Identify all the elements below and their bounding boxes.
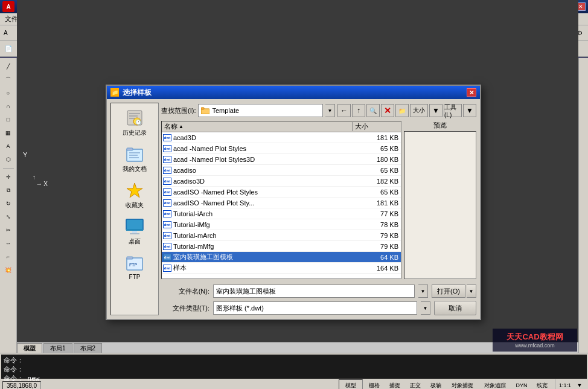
nav-up-btn[interactable]: ↑ <box>352 104 365 117</box>
views-arrow-btn[interactable]: ▼ <box>429 104 443 117</box>
file-row[interactable]: dwtacadiso 65 KB <box>162 165 401 176</box>
scale-btn[interactable]: ▼ <box>574 379 586 389</box>
location-combo[interactable]: Template <box>198 104 323 117</box>
svg-rect-1 <box>129 113 140 114</box>
svg-rect-14 <box>132 231 137 233</box>
location-bar: 查找范围(I): Template ▼ ← ↑ 🔍 <box>161 103 476 118</box>
col-name: 名称 ▲ <box>162 122 353 131</box>
dialog-overlay: 📁 选择样板 ✕ <box>0 0 588 353</box>
file-row[interactable]: dwtTutorial-mArch 79 KB <box>162 230 401 241</box>
nav-ftp-label: FTP <box>129 274 141 280</box>
dwt-icon: dwt <box>163 232 171 239</box>
dialog-close-btn[interactable]: ✕ <box>467 88 476 97</box>
location-label: 查找范围(I): <box>161 106 196 115</box>
file-row[interactable]: dwtTutorial-iMfg 78 KB <box>162 219 401 230</box>
dwt-icon: dwt <box>163 188 171 196</box>
scale-display: 1:1:1 <box>559 379 571 389</box>
filetype-combo[interactable]: 图形样板 (*.dwt) <box>213 301 417 315</box>
dwt-icon: dwt <box>163 221 171 228</box>
file-row[interactable]: dwtTutorial-iArch 77 KB <box>162 208 401 219</box>
dwt-icon: dwt <box>163 199 171 207</box>
nav-history[interactable]: 🕐 历史记录 <box>113 106 156 140</box>
status-bottom-bar: 358,1868,0 模型 栅格 捕捉 正交 极轴 对象捕捉 对象追踪 DYN … <box>0 380 588 389</box>
nav-favorites-label: 收藏夹 <box>126 201 144 210</box>
desktop-icon <box>125 217 144 236</box>
nav-history-label: 历史记录 <box>123 129 147 137</box>
cancel-button[interactable]: 取消 <box>434 301 476 315</box>
dwt-icon: dwt <box>163 265 171 272</box>
preview-panel: 预览 <box>404 121 476 279</box>
nav-ftp[interactable]: FTP FTP <box>113 251 156 283</box>
svg-rect-7 <box>127 148 133 150</box>
status-bar: 命令： 命令： 命令：_new 358,1868,0 模型 栅格 捕捉 正交 极… <box>0 353 588 389</box>
file-row[interactable]: dwtacadISO -Named Plot Styles 65 KB <box>162 187 401 198</box>
dwt-icon: dwt <box>163 167 171 174</box>
preview-label: 预览 <box>404 121 476 130</box>
filetype-label: 文件类型(T): <box>161 304 209 313</box>
favorites-icon <box>125 181 144 200</box>
status-grid[interactable]: 栅格 <box>365 379 383 389</box>
search-web-btn[interactable]: 🔍 <box>366 104 380 117</box>
file-row[interactable]: dwtTutorial-mMfg 79 KB <box>162 241 401 252</box>
dialog-nav-panel: 🕐 历史记录 <box>110 103 159 315</box>
status-snap[interactable]: 捕捉 <box>386 379 404 389</box>
dialog-title-icon: 📁 <box>110 88 119 97</box>
status-dyn[interactable]: DYN <box>513 379 531 389</box>
location-combo-arrow[interactable]: ▼ <box>325 104 335 117</box>
svg-marker-11 <box>127 183 142 198</box>
file-row-selected[interactable]: dwt室内装璜施工图模板 64 KB <box>162 252 401 263</box>
col-size: 大小 <box>353 122 401 131</box>
location-value: Template <box>212 107 239 114</box>
open-button-arrow[interactable]: ▼ <box>467 285 476 298</box>
delete-btn[interactable]: ✕ <box>381 104 394 117</box>
cmd-line-2: 命令： <box>4 365 584 374</box>
dwt-icon: dwt <box>163 243 171 250</box>
tools-arrow-btn[interactable]: ▼ <box>463 104 476 117</box>
nav-mydocs[interactable]: 我的文档 <box>113 142 156 176</box>
dialog-body: 🕐 历史记录 <box>107 99 480 319</box>
svg-rect-20 <box>201 108 204 109</box>
filetype-row: 文件类型(T): 图形样板 (*.dwt) ▼ 取消 <box>161 301 476 315</box>
nav-desktop[interactable]: 桌面 <box>113 214 156 248</box>
dwt-icon: dwt <box>163 178 171 185</box>
svg-rect-12 <box>126 219 143 230</box>
file-row[interactable]: dwtacadiso3D 182 KB <box>162 176 401 187</box>
ftp-icon: FTP <box>125 253 144 272</box>
nav-favorites[interactable]: 收藏夹 <box>113 178 156 212</box>
file-row[interactable]: dwtacad -Named Plot Styles 65 KB <box>162 143 401 154</box>
command-bar[interactable]: 命令： 命令： 命令：_new <box>1 355 587 379</box>
svg-rect-13 <box>126 229 143 231</box>
dwt-icon: dwt <box>163 156 171 163</box>
file-list-header: 名称 ▲ 大小 <box>162 121 401 132</box>
file-row[interactable]: dwtacad3D 181 KB <box>162 132 401 143</box>
status-buttons: 模型 栅格 捕捉 正交 极轴 对象捕捉 对象追踪 DYN 线宽 1:1:1 ▼ <box>339 379 586 389</box>
filename-row: 文件名(N): 室内装璜施工图模板 ▼ 打开(O) ▼ <box>161 284 476 298</box>
open-button[interactable]: 打开(O) <box>432 285 465 298</box>
coordinates: 358,1868,0 <box>2 381 41 390</box>
file-list-container[interactable]: 名称 ▲ 大小 dwtacad3D 181 KB <box>161 121 401 279</box>
file-row[interactable]: dwt样本 164 KB <box>162 263 401 274</box>
dialog-bottom: 文件名(N): 室内装璜施工图模板 ▼ 打开(O) ▼ 文件类型(T): 图形样… <box>161 281 476 315</box>
filetype-combo-arrow[interactable]: ▼ <box>421 301 430 315</box>
status-polar[interactable]: 极轴 <box>427 379 445 389</box>
folder-icon <box>201 107 209 114</box>
autocad-window: A 🗂 💾 ↩ ↪ AutoCAD 2009 三居室施工图 — 键入关键字或短语… <box>0 0 588 389</box>
status-lw[interactable]: 线宽 <box>533 379 551 389</box>
tools-btn[interactable]: 工具(L) <box>444 104 462 117</box>
new-folder-btn[interactable]: 📁 <box>395 104 409 117</box>
svg-text:FTP: FTP <box>129 263 138 267</box>
file-row[interactable]: dwtacadISO -Named Plot Sty... 181 KB <box>162 198 401 208</box>
dwt-icon: dwt <box>163 254 171 261</box>
svg-rect-17 <box>127 257 133 259</box>
nav-mydocs-label: 我的文档 <box>123 165 147 173</box>
nav-back-btn[interactable]: ← <box>337 104 351 117</box>
status-osnap[interactable]: 对象捕捉 <box>447 379 478 389</box>
status-model[interactable]: 模型 <box>339 379 363 389</box>
dwt-icon: dwt <box>163 134 171 141</box>
filename-combo-arrow[interactable]: ▼ <box>418 285 428 298</box>
status-ortho[interactable]: 正交 <box>406 379 424 389</box>
status-otrack[interactable]: 对象追踪 <box>480 379 510 389</box>
file-row[interactable]: dwtacad -Named Plot Styles3D 180 KB <box>162 154 401 165</box>
views-btn[interactable]: 大小 <box>410 104 428 117</box>
filename-combo[interactable]: 室内装璜施工图模板 <box>213 285 415 298</box>
